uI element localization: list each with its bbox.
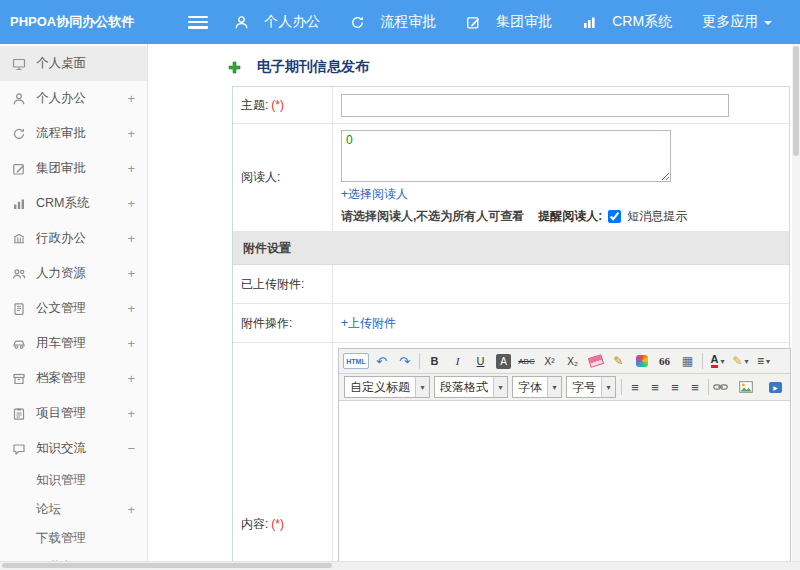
nav-more-apps[interactable]: 更多应用 — [702, 13, 772, 31]
format-brush-button[interactable]: ✎ — [608, 351, 629, 371]
sidebar-subitem-label: 下载管理 — [36, 530, 135, 547]
sidebar-item-admin-office[interactable]: 行政办公 + — [0, 221, 147, 256]
readers-label-cell: 阅读人: — [233, 124, 333, 231]
list-button[interactable]: ≡ ▾ — [753, 351, 774, 371]
readers-textarea[interactable]: 0 — [341, 130, 671, 182]
chevron-down-icon: ▾ — [415, 377, 429, 397]
nav-group-approval[interactable]: 集团审批 — [466, 13, 552, 31]
editor-content-area[interactable] — [339, 401, 790, 570]
document-icon — [12, 302, 28, 316]
nav-process-approval[interactable]: 流程审批 — [350, 13, 436, 31]
readers-row: 阅读人: 0 +选择阅读人 请选择阅读人,不选为所有人可查看 提醒阅读人: 短消… — [233, 124, 789, 232]
sidebar-item-hr[interactable]: 人力资源 + — [0, 256, 147, 291]
paragraph-format-dropdown[interactable]: 段落格式 ▾ — [434, 376, 508, 398]
table-button[interactable]: ▦ — [677, 351, 698, 371]
uploaded-attachments-row: 已上传附件: — [233, 265, 789, 304]
highlight-button[interactable]: ✎ ▾ — [730, 351, 751, 371]
subject-label: 主题: — [241, 97, 268, 114]
underline-button[interactable]: U — [470, 351, 491, 371]
vertical-scrollbar-thumb[interactable] — [793, 46, 799, 156]
undo-button[interactable]: ↶ — [371, 351, 392, 371]
horizontal-scrollbar-thumb[interactable] — [2, 563, 332, 568]
menu-toggle-icon[interactable] — [188, 16, 208, 29]
dropdown-label: 字体 — [513, 379, 547, 396]
subject-input[interactable] — [341, 94, 729, 117]
expand-sign: + — [127, 126, 135, 141]
insert-image-button[interactable] — [739, 377, 763, 397]
align-left-button[interactable]: ≡ — [626, 377, 644, 397]
bold-button[interactable]: B — [424, 351, 445, 371]
top-navigation: 个人办公 流程审批 集团审批 CRM系统 更多应用 — [234, 13, 772, 31]
expand-sign: + — [127, 301, 135, 316]
font-color-icon: A — [711, 354, 719, 368]
superscript-button[interactable]: X² — [539, 351, 560, 371]
publish-form: 主题: (*) 阅读人: 0 +选择阅读人 请选择阅读人,不选为所有人可查看 提… — [232, 86, 790, 570]
expand-sign: + — [127, 266, 135, 281]
upload-attachment-link[interactable]: +上传附件 — [341, 315, 396, 332]
sms-remind-checkbox[interactable] — [608, 210, 621, 223]
sidebar-item-label: 个人办公 — [36, 90, 127, 107]
eraser-icon — [587, 354, 603, 368]
rich-text-editor: HTML ↶ ↷ B I U A ABC X² X₂ ✎ — [338, 348, 791, 570]
font-size-dropdown[interactable]: 字号 ▾ — [566, 376, 616, 398]
remind-readers-label: 提醒阅读人: — [538, 208, 602, 225]
remove-format-button[interactable]: A — [493, 351, 514, 371]
subscript-button[interactable]: X₂ — [562, 351, 583, 371]
plus-icon — [228, 61, 244, 74]
attachment-section-title: 附件设置 — [243, 240, 291, 257]
required-mark: (*) — [271, 98, 284, 112]
sidebar-item-label: 流程审批 — [36, 125, 127, 142]
subject-row: 主题: (*) — [233, 87, 789, 124]
sidebar-item-process-approval[interactable]: 流程审批 + — [0, 116, 147, 151]
toolbar-separator — [419, 353, 420, 369]
align-justify-button[interactable]: ≡ — [686, 377, 704, 397]
app-logo: PHPOA协同办公软件 — [0, 13, 134, 31]
format-a-icon: A — [496, 354, 511, 369]
readers-hint: 请选择阅读人,不选为所有人可查看 — [341, 208, 524, 225]
choose-readers-link[interactable]: +选择阅读人 — [341, 186, 408, 203]
font-color-button[interactable]: A ▾ — [707, 351, 728, 371]
content-row: 内容: (*) HTML ↶ ↷ B I U A ABC X² — [233, 343, 789, 570]
font-family-dropdown[interactable]: 字体 ▾ — [512, 376, 562, 398]
clipboard-icon — [12, 407, 28, 421]
align-right-button[interactable]: ≡ — [666, 377, 684, 397]
insert-media-button[interactable]: ▶ — [765, 377, 786, 397]
strikethrough-button[interactable]: ABC — [516, 351, 537, 371]
palette-icon — [636, 355, 648, 367]
sidebar-subitem-download-mgmt[interactable]: 下载管理 — [0, 524, 147, 553]
vertical-scrollbar[interactable] — [792, 44, 800, 562]
blockquote-button[interactable]: 66 — [654, 351, 675, 371]
align-center-button[interactable]: ≡ — [646, 377, 664, 397]
expand-sign: + — [127, 406, 135, 421]
sidebar-subitem-forum[interactable]: 论坛 + — [0, 495, 147, 524]
chevron-down-icon: ▾ — [547, 377, 561, 397]
nav-label: 流程审批 — [380, 13, 436, 31]
source-code-button[interactable]: HTML — [343, 353, 369, 369]
toolbar-separator — [708, 379, 709, 395]
custom-heading-dropdown[interactable]: 自定义标题 ▾ — [344, 376, 430, 398]
sidebar-subitem-knowledge-mgmt[interactable]: 知识管理 — [0, 466, 147, 495]
nav-crm-system[interactable]: CRM系统 — [582, 13, 672, 31]
chevron-down-icon: ▾ — [720, 357, 724, 366]
people-icon — [12, 267, 28, 281]
italic-button[interactable]: I — [447, 351, 468, 371]
sidebar-item-vehicle-mgmt[interactable]: 用车管理 + — [0, 326, 147, 361]
nav-personal-office[interactable]: 个人办公 — [234, 13, 320, 31]
sidebar-item-archive-mgmt[interactable]: 档案管理 + — [0, 361, 147, 396]
eraser-button[interactable] — [585, 351, 606, 371]
sidebar-item-personal-desktop[interactable]: 个人桌面 — [0, 46, 147, 81]
sidebar-item-group-approval[interactable]: 集团审批 + — [0, 151, 147, 186]
sidebar-item-knowledge-exchange[interactable]: 知识交流 − — [0, 431, 147, 466]
redo-button[interactable]: ↷ — [394, 351, 415, 371]
sidebar-item-document-mgmt[interactable]: 公文管理 + — [0, 291, 147, 326]
link-icon — [713, 382, 729, 392]
insert-link-button[interactable] — [713, 377, 737, 397]
horizontal-scrollbar[interactable] — [0, 561, 800, 570]
sidebar-item-personal-office[interactable]: 个人办公 + — [0, 81, 147, 116]
edit-icon — [466, 15, 482, 30]
sidebar-item-label: 人力资源 — [36, 265, 127, 282]
sidebar-item-project-mgmt[interactable]: 项目管理 + — [0, 396, 147, 431]
sidebar-item-crm-system[interactable]: CRM系统 + — [0, 186, 147, 221]
paint-button[interactable] — [631, 351, 652, 371]
sidebar-item-label: CRM系统 — [36, 195, 127, 212]
